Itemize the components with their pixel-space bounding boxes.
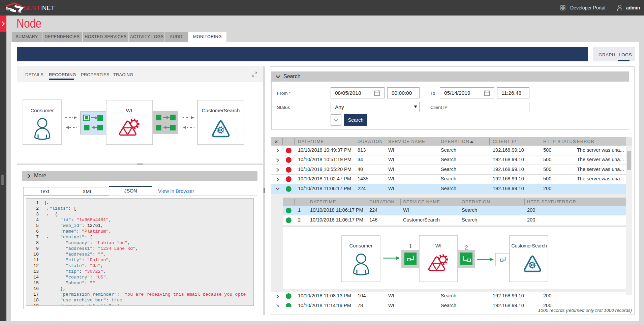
svg-text:WI: WI — [435, 243, 441, 248]
svg-text:CustomerSearch: CustomerSearch — [202, 108, 240, 113]
svg-text:Consumer: Consumer — [349, 243, 372, 248]
svg-text:Consumer: Consumer — [30, 108, 54, 113]
svg-text:WI: WI — [126, 108, 132, 113]
svg-text:CustomerSearch: CustomerSearch — [511, 243, 547, 248]
svg-text:2: 2 — [465, 245, 468, 250]
svg-text:1: 1 — [409, 243, 412, 249]
